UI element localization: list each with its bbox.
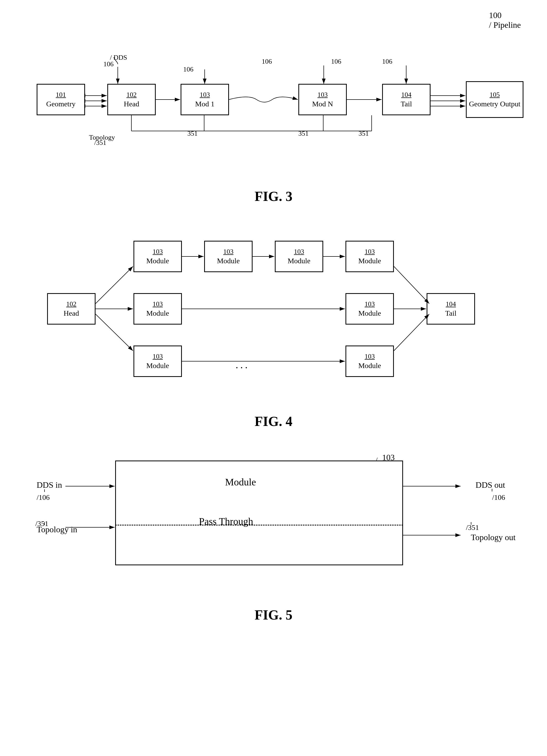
fig5-106-left: /106 xyxy=(37,493,50,502)
fig5-diagram: 103 / Module Pass Through DDS in /106 /3… xyxy=(21,445,526,602)
svg-line-23 xyxy=(96,266,133,304)
fig3-mod1-box: 103 Mod 1 xyxy=(181,84,229,115)
fig4-diagram: 102 Head 103 Module 103 Module 103 Modul… xyxy=(21,220,526,408)
pipeline-label: 100 / Pipeline xyxy=(489,10,521,30)
fig3-svg xyxy=(21,37,526,183)
svg-line-33 xyxy=(394,314,429,351)
fig3-351-4: 351 xyxy=(358,130,369,138)
fig4-mod-m2-box: 103 Module xyxy=(345,293,394,325)
fig4-mod-b1-box: 103 Module xyxy=(134,346,182,377)
pipeline-ref: 100 xyxy=(489,10,501,20)
fig3-351-3: 351 xyxy=(298,130,308,138)
svg-line-25 xyxy=(96,314,133,351)
fig3-modn-box: 103 Mod N xyxy=(298,84,347,115)
fig4-mod-t4-box: 103 Module xyxy=(345,241,394,272)
fig3-geometry-box: 101 Geometry xyxy=(37,84,85,115)
fig3-geoout-box: 105 Geometry Output xyxy=(466,81,523,118)
fig5-351-right: /351 xyxy=(466,523,479,532)
fig3-tail-box: 104 Tail xyxy=(382,84,430,115)
fig5-topology-in-label: Topology in xyxy=(37,525,77,534)
fig5-dashed-line xyxy=(115,525,403,525)
fig3-dds-label: / DDS xyxy=(110,54,127,62)
fig5-module-box xyxy=(115,461,403,565)
fig3-diagram: 106 / DDS 106 106 106 106 Topology /351 … xyxy=(21,37,526,183)
fig5-dds-in-label: DDS in xyxy=(37,480,62,490)
fig4-mod-t2-box: 103 Module xyxy=(204,241,253,272)
fig4-mod-t1-box: 103 Module xyxy=(134,241,182,272)
fig4-mod-b2-box: 103 Module xyxy=(345,346,394,377)
fig3-106-3: 106 xyxy=(331,58,341,65)
fig5-topology-out-label: Topology out xyxy=(471,533,516,542)
fig3-topology-brace: /351 xyxy=(94,139,106,147)
pipeline-brace: / xyxy=(489,20,491,30)
fig5-dds-out-label: DDS out xyxy=(476,480,505,490)
fig4-mod-m1-box: 103 Module xyxy=(134,293,182,325)
fig5-module-label: Module xyxy=(225,476,256,488)
fig3-106-4: 106 xyxy=(382,58,392,65)
fig5-106-right-label: /106 xyxy=(492,493,505,502)
fig3-351-2: 351 xyxy=(188,130,198,138)
fig4-head-box: 102 Head xyxy=(47,293,96,325)
fig3-106-1: 106 xyxy=(183,65,194,73)
page: 100 / Pipeline 106 / DDS 106 106 106 106… xyxy=(0,0,547,649)
fig3-title: FIG. 3 xyxy=(21,189,526,204)
pipeline-text: Pipeline xyxy=(493,20,521,30)
fig3-head-box: 102 Head xyxy=(107,84,156,115)
fig4-tail-box: 104 Tail xyxy=(427,293,475,325)
fig5-title: FIG. 5 xyxy=(21,607,526,623)
fig3-dds-brace: / xyxy=(110,54,112,61)
svg-line-31 xyxy=(394,266,429,304)
fig4-mod-t3-box: 103 Module xyxy=(275,241,323,272)
fig3-106-2: 106 xyxy=(262,58,272,65)
fig4-title: FIG. 4 xyxy=(21,414,526,429)
fig4-dots: ... xyxy=(236,359,250,371)
